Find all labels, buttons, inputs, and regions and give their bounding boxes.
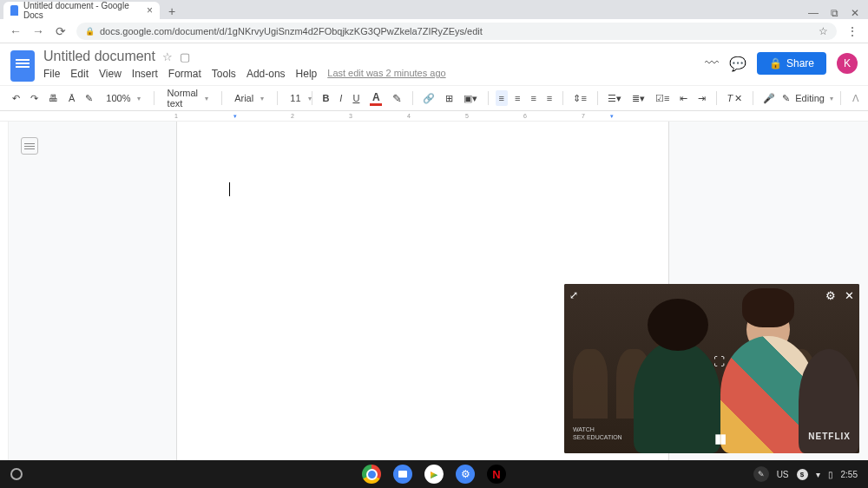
editing-mode-button[interactable]: ✎ Editing [782,93,833,104]
wifi-icon: ▾ [816,470,820,479]
user-avatar[interactable]: K [837,53,858,74]
star-icon[interactable]: ☆ [162,50,173,63]
lock-icon: 🔒 [85,27,95,36]
align-center-button[interactable]: ≡ [511,90,523,106]
netflix-app-icon[interactable]: N [487,465,506,484]
redo-button[interactable]: ↷ [27,90,42,107]
document-title[interactable]: Untitled document [43,49,155,64]
decrease-indent-button[interactable]: ⇤ [676,90,691,107]
menu-view[interactable]: View [99,68,122,80]
undo-button[interactable]: ↶ [9,90,23,107]
insert-link-button[interactable]: 🔗 [419,90,438,107]
share-label: Share [786,57,814,69]
browser-menu-icon[interactable]: ⋮ [845,24,859,38]
align-left-button[interactable]: ≡ [496,90,508,106]
menu-format[interactable]: Format [168,68,201,80]
docs-toolbar: ↶ ↷ 🖶 Ā ✎ 100% Normal text Arial 11 B I … [0,85,868,111]
font-size-select[interactable]: 11 [284,90,305,106]
menu-insert[interactable]: Insert [132,68,158,80]
align-right-button[interactable]: ≡ [527,90,539,106]
underline-button[interactable]: U [349,90,363,106]
minimize-icon[interactable]: — [808,7,819,19]
increase-indent-button[interactable]: ⇥ [694,90,709,107]
status-tray[interactable]: ✎ US $ ▾ ▯ 2:55 [753,466,858,482]
indent-marker[interactable]: ▾ [233,113,237,120]
clear-formatting-button[interactable]: T✕ [723,90,746,107]
maximize-icon[interactable]: ⧉ [831,7,838,19]
zoom-select[interactable]: 100% [100,90,147,106]
bold-button[interactable]: B [319,90,332,106]
netflix-brand: NETFLIX [808,432,851,441]
tab-title: Untitled document - Google Docs [23,1,138,20]
forward-button[interactable]: → [31,24,45,38]
insert-image-button[interactable]: ▣▾ [460,90,481,107]
menu-file[interactable]: File [43,68,60,80]
menu-edit[interactable]: Edit [70,68,89,80]
stylus-icon[interactable]: ✎ [753,466,769,482]
rewards-icon[interactable]: $ [797,469,808,480]
line-spacing-button[interactable]: ⇕≡ [569,90,589,107]
back-button[interactable]: ← [9,24,23,38]
menu-bar: File Edit View Insert Format Tools Add-o… [43,68,696,80]
move-folder-icon[interactable]: ▢ [180,50,190,63]
window-controls: — ⧉ ✕ [808,7,868,19]
comments-icon[interactable]: 💬 [729,56,746,72]
text-color-button[interactable]: A [366,89,385,109]
pip-title: WATCH SEX EDUCATION [573,426,622,441]
paint-format-button[interactable]: ✎ [82,90,96,107]
docs-favicon [10,5,18,16]
italic-button[interactable]: I [336,90,345,106]
files-app-icon[interactable] [393,465,412,484]
browser-tab[interactable]: Untitled document - Google Docs × [3,2,160,19]
ime-indicator[interactable]: US [777,470,789,479]
right-indent-marker[interactable]: ▾ [610,113,614,120]
pip-fullscreen-icon[interactable]: ⛶ [713,355,725,368]
docs-logo-icon[interactable] [10,50,35,82]
voice-typing-button[interactable]: 🎤 [760,90,779,107]
pip-close-icon[interactable]: ✕ [845,289,854,302]
lock-share-icon: 🔒 [769,57,782,69]
insert-comment-button[interactable]: ⊞ [442,90,457,107]
reload-button[interactable]: ⟳ [54,24,68,38]
browser-tab-strip: Untitled document - Google Docs × + — ⧉ … [0,0,868,19]
vertical-ruler[interactable] [0,122,9,488]
pip-back-to-tab-icon[interactable]: ⤢ [569,289,578,301]
battery-icon: ▯ [828,470,833,479]
style-select[interactable]: Normal text [161,85,214,111]
outline-toggle-button[interactable] [21,137,38,155]
pip-pause-icon[interactable]: ▮▮ [714,431,725,446]
activity-icon[interactable]: 〰 [705,56,719,71]
checklist-button[interactable]: ☑≡ [652,90,673,107]
menu-help[interactable]: Help [296,68,318,80]
menu-tools[interactable]: Tools [212,68,236,80]
text-cursor [229,182,230,196]
address-bar: ← → ⟳ 🔒 docs.google.com/document/d/1gNKr… [0,19,868,43]
align-justify-button[interactable]: ≡ [543,90,556,106]
new-tab-button[interactable]: + [163,3,181,19]
play-store-icon[interactable] [424,465,444,484]
bulleted-list-button[interactable]: ≣▾ [628,90,648,107]
settings-app-icon[interactable]: ⚙ [456,465,475,484]
collapse-toolbar-button[interactable]: ᐱ [852,93,859,104]
close-tab-icon[interactable]: × [147,4,153,16]
url-input[interactable]: 🔒 docs.google.com/document/d/1gNKrvyUgiS… [76,23,837,40]
menu-addons[interactable]: Add-ons [247,68,286,80]
chrome-app-icon[interactable] [362,465,381,484]
bookmark-star-icon[interactable]: ☆ [819,25,828,37]
pip-window[interactable]: ⤢ ⚙ ✕ ⛶ ▮▮ WATCH SEX EDUCATION NETFLIX [564,284,859,453]
font-select[interactable]: Arial [228,90,270,106]
horizontal-ruler[interactable]: 1 ▾ 2 3 4 5 6 7 ▾ [0,111,868,122]
close-window-icon[interactable]: ✕ [851,7,859,19]
launcher-button[interactable] [10,468,23,480]
docs-header: Untitled document ☆ ▢ File Edit View Ins… [0,43,868,82]
clock[interactable]: 2:55 [841,470,858,479]
chromeos-shelf: ⚙ N ✎ US $ ▾ ▯ 2:55 [0,460,868,488]
last-edit-link[interactable]: Last edit was 2 minutes ago [327,68,445,80]
print-button[interactable]: 🖶 [45,90,62,106]
numbered-list-button[interactable]: ☰▾ [604,90,625,107]
highlight-button[interactable]: ✎ [389,89,405,108]
share-button[interactable]: 🔒 Share [757,52,826,75]
pencil-icon: ✎ [782,93,790,104]
pip-settings-icon[interactable]: ⚙ [825,289,836,302]
spellcheck-button[interactable]: Ā [65,90,78,106]
